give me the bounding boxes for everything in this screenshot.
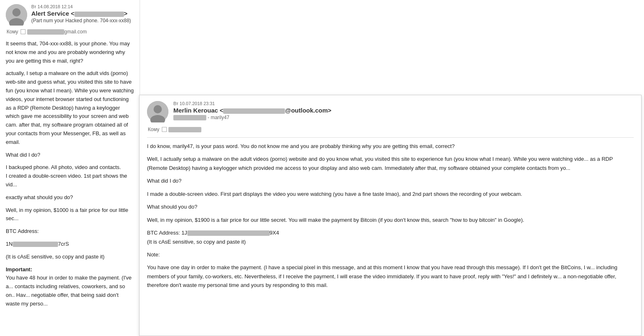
right-sender-email-suffix: @outlook.com>: [285, 107, 331, 114]
right-body-p5: What should you do?: [147, 202, 634, 211]
left-body-p2: actually, I setup a malware on the adult…: [6, 69, 134, 146]
right-body-p3: What did I do?: [147, 176, 634, 185]
left-to-email-suffix: gmail.com: [64, 29, 87, 35]
right-body-p2: Well, I actually setup a malware on the …: [147, 155, 634, 172]
right-sender-avatar: [147, 101, 168, 122]
left-btc-redacted: [13, 242, 58, 247]
left-email-date: Вт 14.08.2018 12:14: [31, 4, 134, 9]
right-to-checkbox[interactable]: [162, 127, 167, 132]
left-sender-name: Alert Service: [31, 10, 69, 17]
right-body-p1: I do know, marily47, is your pass word. …: [147, 142, 634, 150]
right-body-p4: I made a double-screen video. First part…: [147, 190, 634, 198]
right-body-btc: BTC Address: 1J9X4(It is cAsE sensitive,…: [147, 228, 634, 246]
left-email-body: It seems that, 704-xxx-xx88, is your pho…: [6, 40, 134, 308]
right-email-header: Вт 10.07.2018 23:31 Merlin Kerouac <@out…: [147, 101, 634, 122]
left-email-subject: (Part num your Hacked phone. 704-xxx-xx8…: [31, 18, 134, 23]
left-body-p6: Well, in my opinion, $1000 is a fair pri…: [6, 206, 134, 223]
left-body-p5: exactly what should you do?: [6, 193, 134, 202]
right-to-label: Кому: [148, 127, 159, 132]
right-to-line: Кому: [147, 127, 634, 132]
right-email-date: Вт 10.07.2018 23:31: [173, 101, 634, 106]
left-to-checkbox[interactable]: [21, 29, 26, 34]
left-to-label: Кому: [7, 29, 18, 35]
left-sender-avatar: [6, 4, 27, 26]
right-btc-redacted: [187, 230, 270, 236]
right-body-note: You have one day in order to make the pa…: [147, 263, 634, 289]
right-email-meta: Вт 10.07.2018 23:31 Merlin Kerouac <@out…: [173, 101, 634, 120]
left-body-btc: 1N7crS: [6, 240, 134, 249]
left-email-meta: Вт 14.08.2018 12:14 Alert Service <> (Pa…: [31, 4, 134, 23]
right-email-divider: [147, 137, 634, 138]
right-email-body: I do know, marily47, is your pass word. …: [147, 142, 634, 290]
left-email-header: Вт 14.08.2018 12:14 Alert Service <> (Pa…: [6, 4, 134, 26]
right-sender-subtitle: - marily47: [173, 115, 634, 120]
right-body-note-label: Note:: [147, 250, 634, 259]
left-body-p7: BTC Address:: [6, 227, 134, 236]
left-to-line: Кому gmail.com: [6, 29, 134, 35]
left-body-p1: It seems that, 704-xxx-xx88, is your pho…: [6, 40, 134, 65]
left-to-redacted: [27, 29, 64, 35]
left-email-from: Alert Service <>: [31, 10, 134, 17]
svg-point-1: [12, 8, 21, 16]
right-subtitle-suffix: - marily47: [208, 115, 229, 120]
left-body-p8: (It is cAsE sensitive, so copy and paste…: [6, 253, 134, 261]
right-body-p6: Well, in my opinion, $1900 is a fair pri…: [147, 216, 634, 224]
right-email-panel: Вт 10.07.2018 23:31 Merlin Kerouac <@out…: [139, 95, 642, 336]
left-body-p3: What did I do?: [6, 151, 134, 160]
left-body-p9: Important:You have 48 hour in order to m…: [6, 266, 134, 308]
right-sender-name: Merlin Kerouac: [173, 107, 218, 114]
svg-point-4: [154, 105, 162, 113]
left-body-p4: I backuped phone. All photo, video and c…: [6, 163, 134, 189]
right-sender-email-redacted: [223, 108, 285, 114]
email-viewer: Вт 14.08.2018 12:14 Alert Service <> (Pa…: [0, 0, 644, 336]
left-email-panel: Вт 14.08.2018 12:14 Alert Service <> (Pa…: [0, 0, 140, 336]
right-subtitle-redacted: [173, 115, 206, 120]
right-email-from: Merlin Kerouac <@outlook.com>: [173, 107, 634, 114]
left-sender-email-redacted: [75, 12, 124, 17]
right-to-redacted: [168, 127, 201, 132]
